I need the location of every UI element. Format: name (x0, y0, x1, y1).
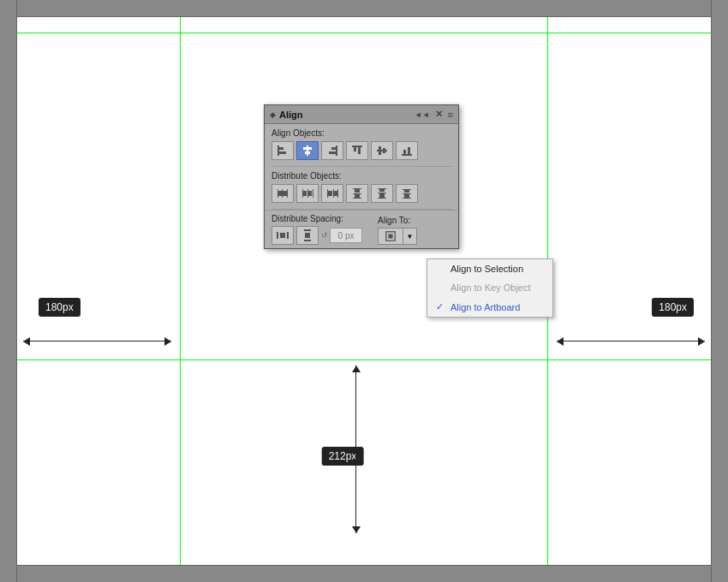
dist-right-button[interactable] (321, 184, 343, 203)
align-objects-section: Align Objects: (265, 124, 458, 166)
align-top-button[interactable] (346, 141, 368, 160)
align-objects-label: Align Objects: (272, 128, 451, 138)
bottom-arrow (355, 365, 356, 533)
svg-rect-52 (304, 240, 311, 241)
svg-rect-35 (353, 198, 361, 199)
align-left-button[interactable] (272, 141, 294, 160)
svg-rect-39 (378, 193, 386, 193)
left-measurement-label: 180px (39, 298, 81, 317)
svg-rect-28 (327, 189, 328, 198)
bottom-row: Distribute Spacing: (265, 210, 458, 248)
svg-rect-15 (402, 154, 412, 156)
align-to-button[interactable] (378, 228, 403, 245)
svg-rect-46 (404, 190, 409, 193)
svg-rect-47 (404, 194, 409, 198)
spacing-input[interactable] (330, 228, 362, 243)
dist-spacing-v-button[interactable] (296, 226, 319, 245)
right-measurement-label: 180px (652, 298, 694, 317)
svg-rect-25 (313, 189, 313, 198)
svg-rect-19 (282, 189, 283, 198)
dist-center-h-button[interactable] (296, 184, 319, 203)
svg-rect-36 (355, 189, 360, 193)
svg-rect-53 (305, 233, 310, 238)
dist-top-v-button[interactable] (346, 184, 368, 203)
dropdown-item-artboard[interactable]: ✓ Align to Artboard (427, 297, 552, 317)
dropdown-item-key-object[interactable]: Align to Key Object (427, 278, 552, 297)
align-objects-buttons (272, 141, 451, 160)
dist-center-v-button[interactable] (371, 184, 393, 203)
distribute-objects-label: Distribute Objects: (272, 171, 451, 181)
dropdown-label-selection: Align to Selection (451, 264, 523, 274)
align-panel: ◆ Align ◄◄ ✕ ≡ Align Objects: (264, 104, 459, 249)
svg-rect-17 (408, 147, 410, 154)
panel-title-text: Align (279, 110, 303, 120)
svg-rect-12 (377, 150, 387, 151)
spacing-refresh-icon: ↺ (321, 231, 328, 240)
left-arrow (23, 341, 171, 341)
svg-rect-32 (334, 191, 337, 196)
bottom-measurement-label: 212px (322, 447, 364, 466)
svg-rect-55 (388, 234, 392, 238)
ruler-left (0, 0, 17, 582)
right-arrow (557, 341, 705, 341)
panel-titlebar: ◆ Align ◄◄ ✕ ≡ (265, 105, 458, 124)
svg-rect-30 (337, 189, 338, 198)
dropdown-item-selection[interactable]: Align to Selection (427, 259, 552, 278)
svg-rect-51 (304, 229, 311, 231)
align-to-group: Align To: ▼ (378, 216, 417, 245)
svg-rect-5 (305, 151, 310, 154)
distribute-spacing-group: Distribute Spacing: (272, 214, 362, 245)
align-to-dropdown-button[interactable]: ▼ (403, 228, 417, 245)
guide-h-top (17, 33, 711, 33)
svg-rect-23 (302, 189, 303, 198)
svg-rect-18 (277, 189, 278, 198)
panel-title-left: ◆ Align (270, 110, 303, 120)
svg-rect-42 (379, 193, 385, 198)
svg-rect-38 (378, 188, 386, 189)
svg-rect-2 (279, 151, 286, 154)
svg-rect-10 (354, 147, 356, 151)
dropdown-label-artboard: Align to Artboard (451, 302, 520, 312)
dist-spacing-h-button[interactable] (272, 226, 294, 245)
svg-rect-13 (379, 146, 381, 155)
align-to-dropdown-container: ▼ (378, 228, 417, 245)
dropdown-label-key-object: Align to Key Object (451, 282, 531, 293)
spacing-input-container: ↺ (321, 228, 362, 243)
align-to-label: Align To: (378, 216, 417, 225)
svg-rect-29 (333, 189, 334, 198)
svg-rect-41 (379, 189, 385, 192)
align-center-h-button[interactable] (296, 141, 319, 160)
align-right-button[interactable] (321, 141, 343, 160)
align-center-v-button[interactable] (371, 141, 393, 160)
panel-title-right: ◄◄ ✕ ≡ (415, 109, 453, 120)
align-to-dropdown-menu: Align to Selection Align to Key Object ✓… (427, 258, 553, 318)
svg-rect-31 (328, 191, 332, 196)
svg-rect-0 (277, 146, 279, 156)
svg-rect-7 (331, 147, 336, 150)
panel-collapse-button[interactable]: ◄◄ (415, 110, 430, 119)
svg-rect-8 (329, 151, 336, 154)
svg-rect-48 (277, 232, 278, 239)
svg-rect-44 (403, 193, 411, 194)
svg-rect-27 (308, 191, 312, 196)
distribute-objects-section: Distribute Objects: (265, 167, 458, 209)
panel-close-button[interactable]: ✕ (435, 109, 443, 120)
svg-rect-14 (383, 148, 385, 153)
distribute-spacing-buttons: ↺ (272, 226, 362, 245)
svg-rect-1 (279, 147, 283, 150)
align-bottom-button[interactable] (396, 141, 418, 160)
svg-rect-43 (403, 189, 411, 190)
svg-rect-26 (303, 191, 307, 196)
svg-rect-20 (287, 189, 288, 198)
svg-rect-22 (283, 191, 287, 196)
svg-rect-45 (403, 198, 411, 199)
svg-rect-50 (280, 233, 285, 238)
dropdown-check-artboard: ✓ (436, 301, 446, 312)
ruler-right (711, 0, 728, 582)
dist-bottom-v-button[interactable] (396, 184, 418, 203)
panel-menu-button[interactable]: ≡ (448, 110, 453, 120)
dist-left-button[interactable] (272, 184, 294, 203)
svg-rect-9 (352, 146, 362, 147)
svg-rect-34 (353, 193, 361, 194)
svg-rect-37 (355, 194, 360, 198)
